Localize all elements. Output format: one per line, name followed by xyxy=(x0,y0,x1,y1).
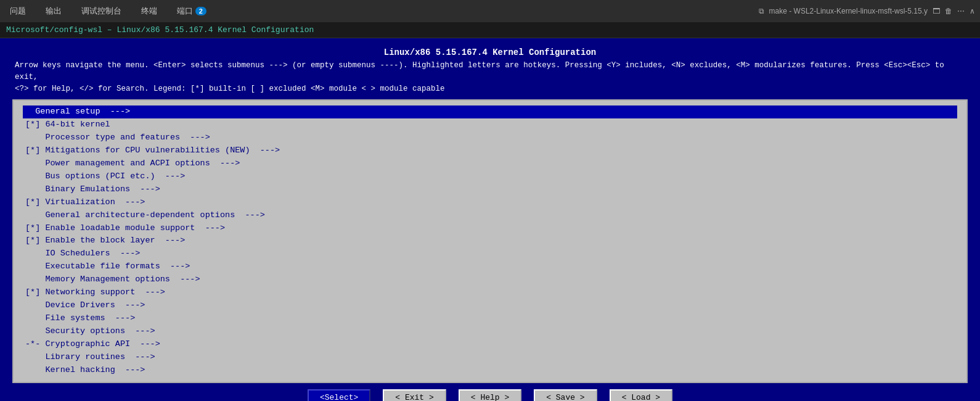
config-buttons-row: <Select>< Exit >< Help >< Save >< Load > xyxy=(12,383,968,401)
menu-item-18[interactable]: -*- Cryptographic API ---> xyxy=(23,338,957,351)
menu-item-6[interactable]: Binary Emulations ---> xyxy=(23,183,957,196)
menu-item-10[interactable]: [*] Enable the block layer ---> xyxy=(23,234,957,247)
menu-item-9[interactable]: [*] Enable loadable module support ---> xyxy=(23,222,957,235)
menu-item-5[interactable]: Bus options (PCI etc.) ---> xyxy=(23,170,957,183)
menu-output[interactable]: 输出 xyxy=(41,3,67,19)
menu-item-19[interactable]: Library routines ---> xyxy=(23,351,957,364)
menu-item-1[interactable]: [*] 64-bit kernel xyxy=(23,118,957,131)
menu-item-17[interactable]: Security options ---> xyxy=(23,325,957,338)
menu-item-14[interactable]: [*] Networking support ---> xyxy=(23,286,957,299)
config-title: Linux/x86 5.15.167.4 Kernel Configuratio… xyxy=(12,48,968,57)
titlebar: 问题 输出 调试控制台 终端 端口 2 ⧉ make - WSL2-Linux-… xyxy=(0,0,980,22)
menu-item-13[interactable]: Memory Management options ---> xyxy=(23,273,957,286)
close-panel-button[interactable]: 🗑 xyxy=(945,7,952,15)
config-btn-3[interactable]: < Save > xyxy=(534,389,597,401)
menu-item-15[interactable]: Device Drivers ---> xyxy=(23,299,957,312)
terminal-tab-path: Microsoft/config-wsl – Linux/x86 5.15.16… xyxy=(0,22,980,38)
more-actions-button[interactable]: ⋯ xyxy=(957,7,965,15)
menu-item-2[interactable]: Processor type and features ---> xyxy=(23,131,957,144)
menu-debug-console[interactable]: 调试控制台 xyxy=(76,3,126,19)
menu-terminal[interactable]: 终端 xyxy=(136,3,162,19)
menu-item-8[interactable]: General architecture-dependent options -… xyxy=(23,209,957,222)
config-btn-0[interactable]: <Select> xyxy=(308,389,370,401)
collapse-button[interactable]: ∧ xyxy=(970,7,975,15)
config-help-text: Arrow keys navigate the menu. <Enter> se… xyxy=(12,60,968,94)
terminal-area: Microsoft/config-wsl – Linux/x86 5.15.16… xyxy=(0,22,980,379)
split-editor-icon[interactable]: ⧉ xyxy=(759,7,764,15)
menu-item-0[interactable]: General setup ---> xyxy=(23,105,957,118)
menu-problems[interactable]: 问题 xyxy=(5,3,31,19)
config-btn-2[interactable]: < Help > xyxy=(459,389,521,401)
menu-item-3[interactable]: [*] Mitigations for CPU vulnerabilities … xyxy=(23,144,957,157)
config-btn-4[interactable]: < Load > xyxy=(610,389,672,401)
titlebar-right: ⧉ make - WSL2-Linux-Kernel-linux-msft-ws… xyxy=(759,7,975,15)
titlebar-left: 问题 输出 调试控制台 终端 端口 2 xyxy=(5,3,211,19)
menu-item-7[interactable]: [*] Virtualization ---> xyxy=(23,196,957,209)
menu-item-4[interactable]: Power management and ACPI options ---> xyxy=(23,157,957,170)
menu-item-16[interactable]: File systems ---> xyxy=(23,312,957,325)
restore-button[interactable]: 🗖 xyxy=(933,7,940,15)
menu-item-11[interactable]: IO Schedulers ---> xyxy=(23,247,957,260)
menu-port[interactable]: 端口 2 xyxy=(172,3,211,19)
config-btn-1[interactable]: < Exit > xyxy=(383,389,446,401)
menu-item-12[interactable]: Executable file formats ---> xyxy=(23,260,957,273)
window-title: make - WSL2-Linux-Kernel-linux-msft-wsl-… xyxy=(769,7,928,15)
config-menu-box[interactable]: General setup --->[*] 64-bit kernel Proc… xyxy=(12,99,968,382)
menu-item-20[interactable]: Kernel hacking ---> xyxy=(23,364,957,377)
port-badge: 2 xyxy=(195,7,206,15)
